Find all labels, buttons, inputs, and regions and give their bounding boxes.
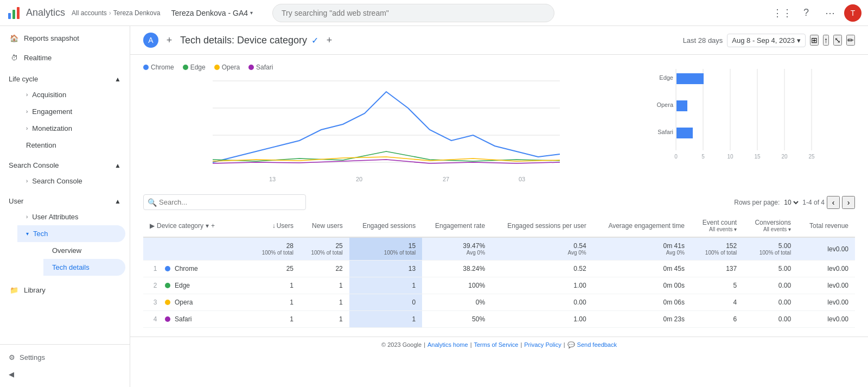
edit-icon-button[interactable]: ✏ bbox=[846, 35, 855, 46]
safari-bar bbox=[676, 128, 693, 138]
account-selector-button[interactable]: Tereza Denkova - GA4 ▾ bbox=[167, 7, 257, 20]
total-avg-engagement-avg: Avg 0% bbox=[599, 250, 685, 256]
total-conversions-cell: 5.00 100% of total bbox=[743, 237, 797, 261]
total-revenue-value: lev0.00 bbox=[804, 245, 848, 253]
date-range: Last 28 days Aug 8 - Sep 4, 2023 ▾ ⊞ ↑ ⤡… bbox=[683, 34, 855, 47]
add-widget-button[interactable]: + bbox=[323, 34, 336, 47]
total-engaged-per-user-avg: Avg 0% bbox=[498, 250, 586, 256]
col-header-dimension[interactable]: ▶ Device category ▾ + bbox=[143, 214, 251, 237]
sidebar-item-library[interactable]: 📁 Library bbox=[0, 280, 125, 300]
row-engaged-per-user-3: 1.00 bbox=[492, 311, 593, 328]
svg-text:20: 20 bbox=[781, 154, 788, 160]
breadcrumb-separator: › bbox=[109, 9, 111, 17]
date-range-label: Last 28 days bbox=[683, 36, 723, 45]
row-event-count-3: 6 bbox=[691, 311, 743, 328]
col-header-event-count[interactable]: Event count All events ▾ bbox=[691, 214, 743, 237]
col-header-total-revenue[interactable]: Total revenue bbox=[797, 214, 855, 237]
global-search-input[interactable] bbox=[272, 4, 554, 22]
sidebar-label-engagement: Engagement bbox=[32, 107, 72, 116]
sidebar-search-console-group[interactable]: Search Console ▲ bbox=[0, 158, 130, 173]
col-header-engaged-sessions[interactable]: Engaged sessions bbox=[349, 214, 422, 237]
breadcrumb: All accounts › Tereza Denkova bbox=[72, 9, 160, 17]
row-num-1: 2 bbox=[150, 282, 161, 289]
sidebar-main-nav: 🏠 Reports snapshot ⏱ Realtime bbox=[0, 26, 130, 69]
col-header-new-users[interactable]: New users bbox=[300, 214, 349, 237]
global-search bbox=[272, 4, 554, 22]
tech-chevron-icon: ▾ bbox=[26, 231, 29, 237]
col-header-conversions[interactable]: Conversions All events ▾ bbox=[743, 214, 797, 237]
content-area: A + Tech details: Device category ✓ + La… bbox=[130, 26, 868, 387]
sidebar-settings-button[interactable]: ⚙ Settings bbox=[0, 349, 130, 366]
date-range-button[interactable]: Aug 8 - Sep 4, 2023 ▾ bbox=[727, 34, 806, 47]
sidebar-item-overview[interactable]: Overview bbox=[43, 242, 125, 259]
sidebar-item-realtime[interactable]: ⏱ Realtime bbox=[0, 48, 125, 67]
total-users-cell: 28 100% of total bbox=[251, 237, 300, 261]
svg-rect-2 bbox=[17, 7, 20, 19]
more-icon-button[interactable]: ⋯ bbox=[820, 3, 840, 23]
table-search-input[interactable] bbox=[143, 194, 306, 210]
row-engagement-rate-0: 38.24% bbox=[422, 261, 492, 277]
sidebar-label-tech: Tech bbox=[33, 230, 48, 238]
col-header-users[interactable]: ↓ Users bbox=[251, 214, 300, 237]
search-console-chevron-icon: ▲ bbox=[114, 162, 121, 169]
row-dimension-cell-1: 2 Edge bbox=[143, 277, 251, 294]
row-event-count-2: 4 bbox=[691, 294, 743, 311]
sidebar-collapse-button[interactable]: ◀ bbox=[0, 366, 130, 383]
total-avg-engagement-cell: 0m 41s Avg 0% bbox=[593, 237, 691, 261]
date-range-value: Aug 8 - Sep 4, 2023 bbox=[732, 36, 795, 45]
acquisition-chevron-icon: › bbox=[26, 92, 28, 98]
conversions-sub: All events ▾ bbox=[750, 226, 791, 232]
col-header-engaged-per-user[interactable]: Engaged sessions per user bbox=[492, 214, 593, 237]
row-label-0: Chrome bbox=[175, 265, 198, 272]
add-comparison-button[interactable]: + bbox=[163, 34, 176, 47]
sidebar-item-monetization[interactable]: › Monetization bbox=[17, 120, 125, 137]
pagination-prev-button[interactable]: ‹ bbox=[827, 196, 840, 209]
event-count-label: Event count bbox=[698, 219, 737, 226]
help-icon-button[interactable]: ? bbox=[796, 3, 816, 23]
row-total-revenue-3: lev0.00 bbox=[797, 311, 855, 328]
share-icon-button[interactable]: ↑ bbox=[823, 35, 829, 46]
row-users-0: 25 bbox=[251, 261, 300, 277]
page-title: Tech details: Device category bbox=[180, 35, 307, 46]
svg-text:Opera: Opera bbox=[656, 101, 673, 108]
sidebar-item-acquisition[interactable]: › Acquisition bbox=[17, 86, 125, 103]
col-header-engagement-rate[interactable]: Engagement rate bbox=[422, 214, 492, 237]
new-users-label: New users bbox=[312, 222, 343, 230]
apps-icon-button[interactable]: ⋮⋮ bbox=[773, 3, 792, 23]
add-dimension-btn[interactable]: + bbox=[211, 222, 215, 230]
expand-icon-button[interactable]: ⤡ bbox=[833, 35, 842, 46]
avatar[interactable]: T bbox=[844, 4, 861, 22]
row-total-revenue-0: lev0.00 bbox=[797, 261, 855, 277]
footer-terms-link[interactable]: Terms of Service bbox=[474, 341, 518, 348]
row-num-3: 4 bbox=[150, 315, 161, 323]
footer-feedback-link[interactable]: Send feedback bbox=[577, 341, 617, 348]
svg-text:Aug: Aug bbox=[270, 183, 280, 184]
footer-privacy-link[interactable]: Privacy Policy bbox=[524, 341, 561, 348]
sidebar-user-section: User ▲ › User Attributes ▾ Tech Overview bbox=[0, 192, 130, 278]
engaged-per-user-label: Engaged sessions per user bbox=[507, 222, 586, 230]
sidebar-item-retention[interactable]: Retention bbox=[17, 137, 125, 154]
monetization-chevron-icon: › bbox=[26, 125, 28, 131]
row-avg-engagement-3: 0m 23s bbox=[593, 311, 691, 328]
svg-text:Sep: Sep bbox=[519, 183, 530, 184]
col-header-avg-engagement[interactable]: Average engagement time bbox=[593, 214, 691, 237]
row-label-2: Opera bbox=[175, 299, 193, 306]
sidebar-item-reports-snapshot[interactable]: 🏠 Reports snapshot bbox=[0, 28, 125, 48]
footer-analytics-home-link[interactable]: Analytics home bbox=[427, 341, 468, 348]
sidebar-item-user-attributes[interactable]: › User Attributes bbox=[17, 208, 125, 225]
sidebar-item-search-console[interactable]: › Search Console bbox=[17, 173, 125, 189]
view-mode-icon-button[interactable]: ⊞ bbox=[810, 35, 819, 46]
expand-all-btn[interactable]: ▶ bbox=[150, 222, 155, 230]
sidebar-item-engagement[interactable]: › Engagement bbox=[17, 103, 125, 120]
rows-per-page-select[interactable]: 10 25 50 bbox=[782, 198, 800, 207]
edge-legend-label: Edge bbox=[190, 64, 206, 71]
sidebar-item-tech[interactable]: ▾ Tech bbox=[17, 225, 125, 242]
sidebar-lifecycle-group[interactable]: Life cycle ▲ bbox=[0, 72, 130, 86]
row-engaged-per-user-2: 0.00 bbox=[492, 294, 593, 311]
dimension-sort-icon[interactable]: ▾ bbox=[206, 222, 209, 230]
sidebar-user-group[interactable]: User ▲ bbox=[0, 194, 130, 208]
sidebar-item-tech-details[interactable]: Tech details bbox=[43, 259, 125, 276]
total-users-pct: 100% of total bbox=[257, 250, 293, 256]
pagination-next-button[interactable]: › bbox=[842, 196, 855, 209]
sidebar-search-console-child: › Search Console bbox=[0, 173, 130, 189]
